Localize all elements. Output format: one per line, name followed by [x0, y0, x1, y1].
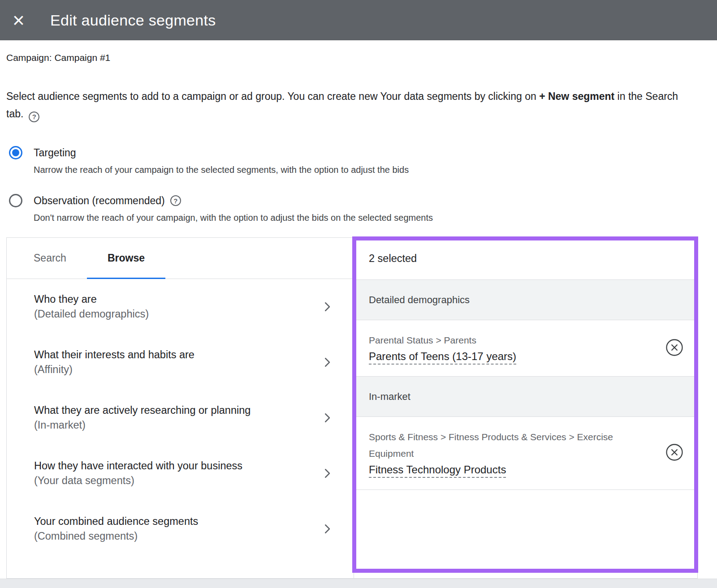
- browse-item-title: Your combined audience segments: [34, 514, 198, 529]
- selected-segment-fitness-technology: Sports & Fitness > Fitness Products & Se…: [354, 417, 697, 490]
- help-icon[interactable]: ?: [170, 195, 181, 206]
- targeting-option-description: Narrow the reach of your campaign to the…: [34, 165, 717, 175]
- browse-item-text: Who they are (Detailed demographics): [34, 292, 149, 322]
- segment-text: Sports & Fitness > Fitness Products & Se…: [369, 429, 643, 476]
- targeting-option-row[interactable]: Targeting: [9, 146, 717, 159]
- targeting-option-label: Targeting: [34, 147, 76, 159]
- browse-panel: Search Browse Who they are (Detailed dem…: [7, 238, 354, 578]
- segment-text: Parental Status > Parents Parents of Tee…: [369, 332, 516, 363]
- browse-item-title: What they are actively researching or pl…: [34, 403, 251, 418]
- edit-audience-segments-dialog: × Edit audience segments Campaign: Campa…: [0, 0, 717, 223]
- campaign-label: Campaign: Campaign #1: [6, 52, 717, 63]
- browse-item-who-they-are[interactable]: Who they are (Detailed demographics): [7, 279, 354, 335]
- browse-item-business-interactions[interactable]: How they have interacted with your busin…: [7, 446, 354, 501]
- tab-search[interactable]: Search: [13, 238, 87, 279]
- radio-unchecked-icon[interactable]: [9, 194, 22, 207]
- browse-item-subtitle: (In-market): [34, 418, 251, 433]
- browse-item-subtitle: (Affinity): [34, 362, 194, 377]
- tab-search-label: Search: [34, 252, 66, 264]
- chevron-right-icon: [320, 522, 334, 536]
- selected-segment-parents-of-teens: Parental Status > Parents Parents of Tee…: [354, 320, 697, 377]
- bottom-strip: [0, 579, 717, 588]
- chevron-right-icon: [320, 356, 334, 369]
- segment-path: Parental Status > Parents: [369, 332, 516, 348]
- close-icon[interactable]: ×: [13, 10, 35, 30]
- dialog-header: × Edit audience segments: [0, 0, 717, 40]
- browse-item-subtitle: (Combined segments): [34, 529, 198, 544]
- browse-item-title: How they have interacted with your busin…: [34, 459, 242, 473]
- intro-text: Select audience segments to add to a cam…: [6, 88, 678, 123]
- browse-item-subtitle: (Detailed demographics): [34, 307, 149, 322]
- targeting-setting-group: Targeting Narrow the reach of your campa…: [9, 146, 717, 223]
- browse-item-text: How they have interacted with your busin…: [34, 459, 242, 488]
- intro-text-bold: + New segment: [539, 90, 614, 102]
- browse-item-subtitle: (Your data segments): [34, 473, 242, 488]
- help-icon[interactable]: ?: [29, 112, 39, 122]
- browse-item-title: Who they are: [34, 292, 149, 307]
- group-header-in-market: In-market: [354, 377, 697, 417]
- browse-list: Who they are (Detailed demographics) Wha…: [7, 279, 354, 578]
- chevron-right-icon: [320, 411, 334, 425]
- audience-segments-panel: Search Browse Who they are (Detailed dem…: [6, 237, 698, 579]
- tab-browse[interactable]: Browse: [87, 238, 165, 279]
- group-header-detailed-demographics: Detailed demographics: [354, 280, 697, 320]
- observation-option-label: Observation (recommended): [34, 195, 165, 207]
- observation-option[interactable]: Observation (recommended) ? Don't narrow…: [9, 194, 717, 223]
- browse-item-text: What their interests and habits are (Aff…: [34, 348, 194, 377]
- intro-text-part1: Select audience segments to add to a cam…: [6, 90, 539, 102]
- browse-item-text: Your combined audience segments (Combine…: [34, 514, 198, 544]
- remove-segment-icon[interactable]: [665, 338, 684, 357]
- targeting-option[interactable]: Targeting Narrow the reach of your campa…: [9, 146, 717, 175]
- observation-option-description: Don't narrow the reach of your campaign,…: [34, 213, 717, 223]
- browse-item-in-market[interactable]: What they are actively researching or pl…: [7, 390, 354, 446]
- segment-name-text: Parents of Teens (13-17 years): [369, 350, 516, 365]
- remove-segment-icon[interactable]: [665, 443, 684, 462]
- tabs-row: Search Browse: [7, 238, 354, 279]
- browse-item-title: What their interests and habits are: [34, 348, 194, 362]
- radio-checked-icon[interactable]: [9, 146, 22, 159]
- selected-segments-panel: 2 selected Detailed demographics Parenta…: [354, 238, 697, 578]
- dialog-title: Edit audience segments: [50, 12, 216, 29]
- segment-name-text: Fitness Technology Products: [369, 464, 506, 478]
- chevron-right-icon: [320, 300, 334, 313]
- selected-count: 2 selected: [354, 238, 697, 280]
- segment-name: Parents of Teens (13-17 years): [369, 350, 516, 363]
- segment-path: Sports & Fitness > Fitness Products & Se…: [369, 429, 643, 462]
- observation-option-row[interactable]: Observation (recommended) ?: [9, 194, 717, 207]
- segment-name: Fitness Technology Products: [369, 464, 643, 476]
- chevron-right-icon: [320, 467, 334, 480]
- browse-item-combined-segments[interactable]: Your combined audience segments (Combine…: [7, 501, 354, 557]
- browse-item-interests-habits[interactable]: What their interests and habits are (Aff…: [7, 335, 354, 390]
- browse-item-text: What they are actively researching or pl…: [34, 403, 251, 433]
- tab-browse-label: Browse: [108, 252, 145, 264]
